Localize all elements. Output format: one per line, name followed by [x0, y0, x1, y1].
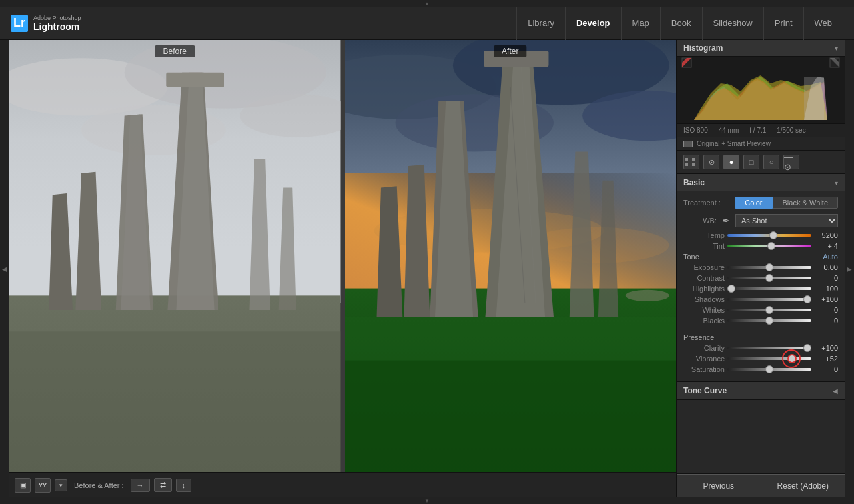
nav-develop[interactable]: Develop: [566, 7, 622, 40]
treatment-row: Treatment : Color Black & White: [683, 197, 838, 209]
temp-slider-thumb[interactable]: [769, 231, 777, 239]
tone-label: Tone: [683, 253, 699, 261]
whites-slider-track[interactable]: [727, 309, 811, 311]
center-area: Before: [9, 40, 676, 497]
crop-tool[interactable]: [683, 155, 699, 169]
nav-web[interactable]: Web: [804, 7, 844, 40]
arrow-right-btn[interactable]: →: [131, 479, 150, 492]
app-logo: Lr Adobe Photoshop Lightroom: [11, 15, 81, 32]
shadows-slider-track[interactable]: [727, 298, 811, 301]
highlights-slider-row: Highlights −100: [683, 285, 838, 293]
blacks-label: Blacks: [683, 317, 725, 325]
top-collapse-strip[interactable]: ▲: [0, 0, 854, 7]
whites-slider-row: Whites 0: [683, 306, 838, 314]
basic-panel-header[interactable]: Basic ▾: [677, 174, 845, 191]
basic-panel-arrow: ▾: [835, 179, 838, 187]
whites-slider-thumb[interactable]: [765, 306, 773, 314]
temp-value: 5200: [814, 231, 838, 239]
histogram-svg: [677, 57, 845, 123]
radial-filter-tool[interactable]: ○: [763, 155, 779, 169]
panels-scroll[interactable]: Basic ▾ Treatment : Color Black & White: [677, 174, 845, 473]
wb-eyedropper[interactable]: ✒: [719, 214, 733, 227]
nav-library[interactable]: Library: [516, 7, 566, 40]
nav-print[interactable]: Print: [764, 7, 804, 40]
arrow-ud-btn[interactable]: ↕: [176, 479, 192, 492]
treatment-buttons: Color Black & White: [735, 197, 838, 209]
logo-letter: Lr: [13, 16, 25, 30]
adjustment-brush-tool[interactable]: —⊙: [783, 155, 799, 169]
nav-book[interactable]: Book: [661, 7, 703, 40]
spot-removal-tool[interactable]: ⊙: [703, 155, 719, 169]
blacks-slider-thumb[interactable]: [765, 317, 773, 325]
previous-button[interactable]: Previous: [677, 474, 761, 497]
highlights-slider-thumb[interactable]: [727, 285, 735, 293]
clarity-value: +100: [814, 344, 838, 352]
shadows-value: +100: [814, 295, 838, 303]
main-area: ◀ Before: [0, 40, 854, 497]
svg-point-38: [625, 290, 669, 301]
whites-value: 0: [814, 306, 838, 314]
contrast-slider-thumb[interactable]: [765, 274, 773, 282]
arrow-swap-btn[interactable]: ⇄: [154, 478, 172, 492]
exposure-slider-track[interactable]: [727, 266, 811, 269]
shadows-slider-thumb[interactable]: [803, 295, 811, 303]
highlights-label: Highlights: [683, 285, 725, 293]
color-treatment-btn[interactable]: Color: [735, 197, 772, 209]
smart-preview-indicator: [683, 141, 693, 147]
tone-curve-panel: Tone Curve ◀: [677, 382, 845, 400]
basic-panel: Basic ▾ Treatment : Color Black & White: [677, 174, 845, 382]
temp-slider-track[interactable]: [727, 234, 811, 237]
vibrance-value: +52: [814, 355, 838, 363]
tone-header: Tone Auto: [683, 253, 838, 261]
histogram-aperture: f / 7.1: [749, 127, 766, 134]
clarity-slider-row: Clarity +100: [683, 344, 838, 352]
vibrance-slider-thumb[interactable]: [787, 354, 797, 363]
after-label: After: [494, 45, 526, 57]
tint-value: + 4: [814, 242, 838, 250]
tone-curve-title: Tone Curve: [683, 386, 727, 395]
reset-button[interactable]: Reset (Adobe): [761, 474, 845, 497]
clarity-slider-thumb[interactable]: [803, 344, 811, 352]
vibrance-slider-track[interactable]: [727, 357, 811, 360]
graduated-filter-tool[interactable]: □: [743, 155, 759, 169]
bottom-collapse-strip[interactable]: ▼: [0, 497, 854, 504]
tone-curve-header[interactable]: Tone Curve ◀: [677, 382, 845, 399]
wb-select[interactable]: As Shot: [735, 214, 838, 227]
saturation-label: Saturation: [683, 365, 725, 373]
highlights-slider-track[interactable]: [727, 287, 811, 290]
right-panel-strip[interactable]: ▶: [845, 40, 854, 497]
tint-slider-thumb[interactable]: [767, 242, 775, 250]
nav-slideshow[interactable]: Slideshow: [703, 7, 764, 40]
vibrance-slider-row: Vibrance +52: [683, 355, 838, 363]
temp-label: Temp: [683, 231, 725, 239]
bw-treatment-btn[interactable]: Black & White: [773, 197, 838, 209]
blacks-slider-track[interactable]: [727, 319, 811, 322]
auto-btn[interactable]: Auto: [823, 253, 838, 261]
view-dropdown-btn[interactable]: ▾: [55, 479, 67, 491]
contrast-slider-track[interactable]: [727, 277, 811, 279]
logo-brand1: Adobe Photoshop: [33, 15, 81, 21]
tint-slider-track[interactable]: [727, 245, 811, 247]
exposure-label: Exposure: [683, 263, 725, 271]
saturation-slider-row: Saturation 0: [683, 365, 838, 373]
clarity-slider-track[interactable]: [727, 347, 811, 349]
contrast-value: 0: [814, 274, 838, 282]
whites-label: Whites: [683, 306, 725, 314]
exposure-value: 0.00: [814, 263, 838, 271]
histogram-header: Histogram ▾: [677, 40, 845, 57]
nav-map[interactable]: Map: [622, 7, 661, 40]
view-grid-btn[interactable]: ▣: [15, 478, 31, 493]
histogram-section: Histogram ▾: [677, 40, 845, 137]
left-panel-strip[interactable]: ◀: [0, 40, 9, 497]
view-yy-btn[interactable]: YY: [35, 478, 51, 493]
before-after-label: Before & After :: [74, 481, 124, 489]
saturation-slider-thumb[interactable]: [765, 365, 773, 373]
tint-slider-row: Tint + 4: [683, 242, 838, 250]
right-strip-arrow: ▶: [847, 265, 852, 273]
bottom-collapse-arrow: ▼: [424, 498, 430, 504]
svg-rect-15: [166, 73, 224, 87]
saturation-value: 0: [814, 365, 838, 373]
saturation-slider-track[interactable]: [727, 368, 811, 371]
exposure-slider-thumb[interactable]: [765, 263, 773, 271]
red-eye-tool[interactable]: ●: [723, 155, 739, 169]
